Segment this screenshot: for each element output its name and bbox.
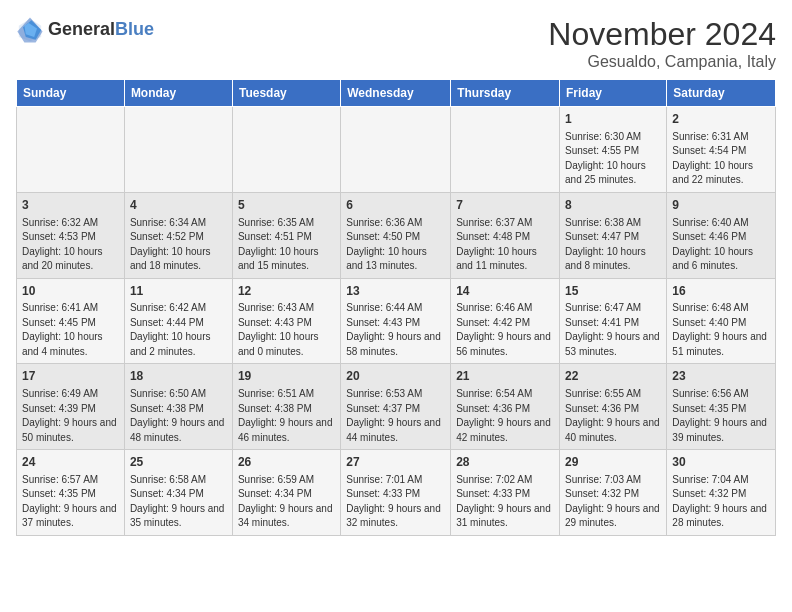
day-info: Sunrise: 6:49 AM Sunset: 4:39 PM Dayligh… <box>22 387 119 445</box>
day-info: Sunrise: 7:01 AM Sunset: 4:33 PM Dayligh… <box>346 473 445 531</box>
day-number: 9 <box>672 197 770 214</box>
calendar-cell: 1Sunrise: 6:30 AM Sunset: 4:55 PM Daylig… <box>560 107 667 193</box>
calendar-cell: 25Sunrise: 6:58 AM Sunset: 4:34 PM Dayli… <box>124 450 232 536</box>
day-info: Sunrise: 6:57 AM Sunset: 4:35 PM Dayligh… <box>22 473 119 531</box>
calendar-cell: 23Sunrise: 6:56 AM Sunset: 4:35 PM Dayli… <box>667 364 776 450</box>
calendar-cell: 15Sunrise: 6:47 AM Sunset: 4:41 PM Dayli… <box>560 278 667 364</box>
day-info: Sunrise: 6:31 AM Sunset: 4:54 PM Dayligh… <box>672 130 770 188</box>
day-number: 16 <box>672 283 770 300</box>
day-number: 18 <box>130 368 227 385</box>
day-number: 24 <box>22 454 119 471</box>
calendar-cell: 24Sunrise: 6:57 AM Sunset: 4:35 PM Dayli… <box>17 450 125 536</box>
calendar-cell <box>232 107 340 193</box>
header-friday: Friday <box>560 80 667 107</box>
location-subtitle: Gesualdo, Campania, Italy <box>548 53 776 71</box>
day-number: 23 <box>672 368 770 385</box>
day-info: Sunrise: 6:42 AM Sunset: 4:44 PM Dayligh… <box>130 301 227 359</box>
day-info: Sunrise: 6:37 AM Sunset: 4:48 PM Dayligh… <box>456 216 554 274</box>
day-number: 3 <box>22 197 119 214</box>
calendar-cell: 28Sunrise: 7:02 AM Sunset: 4:33 PM Dayli… <box>451 450 560 536</box>
day-number: 2 <box>672 111 770 128</box>
day-info: Sunrise: 6:35 AM Sunset: 4:51 PM Dayligh… <box>238 216 335 274</box>
day-info: Sunrise: 7:03 AM Sunset: 4:32 PM Dayligh… <box>565 473 661 531</box>
day-info: Sunrise: 6:38 AM Sunset: 4:47 PM Dayligh… <box>565 216 661 274</box>
title-block: November 2024 Gesualdo, Campania, Italy <box>548 16 776 71</box>
calendar-cell: 26Sunrise: 6:59 AM Sunset: 4:34 PM Dayli… <box>232 450 340 536</box>
day-info: Sunrise: 6:50 AM Sunset: 4:38 PM Dayligh… <box>130 387 227 445</box>
calendar-cell: 19Sunrise: 6:51 AM Sunset: 4:38 PM Dayli… <box>232 364 340 450</box>
page-header: General Blue November 2024 Gesualdo, Cam… <box>16 16 776 71</box>
calendar-cell: 18Sunrise: 6:50 AM Sunset: 4:38 PM Dayli… <box>124 364 232 450</box>
day-info: Sunrise: 6:46 AM Sunset: 4:42 PM Dayligh… <box>456 301 554 359</box>
day-number: 10 <box>22 283 119 300</box>
header-saturday: Saturday <box>667 80 776 107</box>
header-sunday: Sunday <box>17 80 125 107</box>
day-info: Sunrise: 6:32 AM Sunset: 4:53 PM Dayligh… <box>22 216 119 274</box>
day-number: 12 <box>238 283 335 300</box>
day-info: Sunrise: 6:55 AM Sunset: 4:36 PM Dayligh… <box>565 387 661 445</box>
calendar-cell <box>451 107 560 193</box>
day-number: 1 <box>565 111 661 128</box>
day-number: 11 <box>130 283 227 300</box>
calendar-header-row: SundayMondayTuesdayWednesdayThursdayFrid… <box>17 80 776 107</box>
day-number: 4 <box>130 197 227 214</box>
calendar-cell: 5Sunrise: 6:35 AM Sunset: 4:51 PM Daylig… <box>232 192 340 278</box>
calendar-cell: 2Sunrise: 6:31 AM Sunset: 4:54 PM Daylig… <box>667 107 776 193</box>
day-number: 17 <box>22 368 119 385</box>
calendar-cell: 13Sunrise: 6:44 AM Sunset: 4:43 PM Dayli… <box>341 278 451 364</box>
day-number: 28 <box>456 454 554 471</box>
calendar-table: SundayMondayTuesdayWednesdayThursdayFrid… <box>16 79 776 536</box>
day-number: 13 <box>346 283 445 300</box>
calendar-cell: 30Sunrise: 7:04 AM Sunset: 4:32 PM Dayli… <box>667 450 776 536</box>
calendar-cell: 10Sunrise: 6:41 AM Sunset: 4:45 PM Dayli… <box>17 278 125 364</box>
calendar-week-row: 10Sunrise: 6:41 AM Sunset: 4:45 PM Dayli… <box>17 278 776 364</box>
day-info: Sunrise: 6:40 AM Sunset: 4:46 PM Dayligh… <box>672 216 770 274</box>
day-number: 20 <box>346 368 445 385</box>
day-info: Sunrise: 6:34 AM Sunset: 4:52 PM Dayligh… <box>130 216 227 274</box>
day-info: Sunrise: 6:53 AM Sunset: 4:37 PM Dayligh… <box>346 387 445 445</box>
calendar-cell: 3Sunrise: 6:32 AM Sunset: 4:53 PM Daylig… <box>17 192 125 278</box>
calendar-cell <box>17 107 125 193</box>
day-number: 29 <box>565 454 661 471</box>
day-info: Sunrise: 6:54 AM Sunset: 4:36 PM Dayligh… <box>456 387 554 445</box>
day-info: Sunrise: 6:43 AM Sunset: 4:43 PM Dayligh… <box>238 301 335 359</box>
day-number: 19 <box>238 368 335 385</box>
calendar-cell <box>124 107 232 193</box>
calendar-cell: 11Sunrise: 6:42 AM Sunset: 4:44 PM Dayli… <box>124 278 232 364</box>
day-number: 6 <box>346 197 445 214</box>
day-info: Sunrise: 6:47 AM Sunset: 4:41 PM Dayligh… <box>565 301 661 359</box>
day-number: 30 <box>672 454 770 471</box>
header-thursday: Thursday <box>451 80 560 107</box>
logo-text: General Blue <box>48 20 154 40</box>
day-info: Sunrise: 6:56 AM Sunset: 4:35 PM Dayligh… <box>672 387 770 445</box>
day-info: Sunrise: 6:59 AM Sunset: 4:34 PM Dayligh… <box>238 473 335 531</box>
calendar-cell: 8Sunrise: 6:38 AM Sunset: 4:47 PM Daylig… <box>560 192 667 278</box>
calendar-cell: 20Sunrise: 6:53 AM Sunset: 4:37 PM Dayli… <box>341 364 451 450</box>
day-number: 21 <box>456 368 554 385</box>
day-info: Sunrise: 6:58 AM Sunset: 4:34 PM Dayligh… <box>130 473 227 531</box>
day-info: Sunrise: 7:04 AM Sunset: 4:32 PM Dayligh… <box>672 473 770 531</box>
calendar-cell: 17Sunrise: 6:49 AM Sunset: 4:39 PM Dayli… <box>17 364 125 450</box>
day-number: 14 <box>456 283 554 300</box>
logo: General Blue <box>16 16 154 44</box>
calendar-week-row: 17Sunrise: 6:49 AM Sunset: 4:39 PM Dayli… <box>17 364 776 450</box>
day-info: Sunrise: 7:02 AM Sunset: 4:33 PM Dayligh… <box>456 473 554 531</box>
calendar-cell: 7Sunrise: 6:37 AM Sunset: 4:48 PM Daylig… <box>451 192 560 278</box>
logo-icon <box>16 16 44 44</box>
calendar-cell: 14Sunrise: 6:46 AM Sunset: 4:42 PM Dayli… <box>451 278 560 364</box>
day-info: Sunrise: 6:30 AM Sunset: 4:55 PM Dayligh… <box>565 130 661 188</box>
day-number: 26 <box>238 454 335 471</box>
calendar-cell: 4Sunrise: 6:34 AM Sunset: 4:52 PM Daylig… <box>124 192 232 278</box>
header-monday: Monday <box>124 80 232 107</box>
calendar-cell: 12Sunrise: 6:43 AM Sunset: 4:43 PM Dayli… <box>232 278 340 364</box>
calendar-cell: 9Sunrise: 6:40 AM Sunset: 4:46 PM Daylig… <box>667 192 776 278</box>
day-number: 8 <box>565 197 661 214</box>
calendar-week-row: 3Sunrise: 6:32 AM Sunset: 4:53 PM Daylig… <box>17 192 776 278</box>
calendar-week-row: 1Sunrise: 6:30 AM Sunset: 4:55 PM Daylig… <box>17 107 776 193</box>
calendar-cell: 6Sunrise: 6:36 AM Sunset: 4:50 PM Daylig… <box>341 192 451 278</box>
day-info: Sunrise: 6:51 AM Sunset: 4:38 PM Dayligh… <box>238 387 335 445</box>
day-number: 27 <box>346 454 445 471</box>
calendar-cell: 27Sunrise: 7:01 AM Sunset: 4:33 PM Dayli… <box>341 450 451 536</box>
header-tuesday: Tuesday <box>232 80 340 107</box>
month-title: November 2024 <box>548 16 776 53</box>
